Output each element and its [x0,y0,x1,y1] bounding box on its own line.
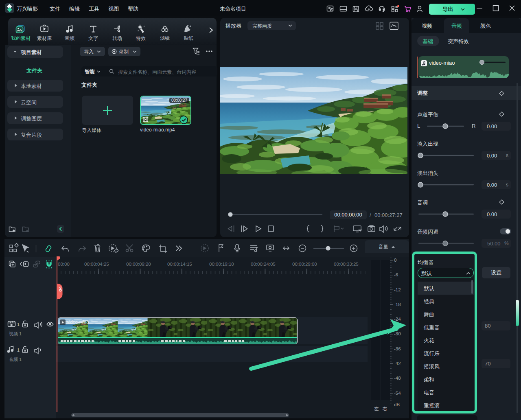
svg-text:-48: -48 [394,376,401,381]
svg-text:00:00:19:10: 00:00:19:10 [209,262,234,267]
svg-text:-24: -24 [394,317,401,322]
svg-text:-36: -36 [394,346,401,351]
svg-text:1: 1 [17,322,20,327]
svg-text:00:00:04:25: 00:00:04:25 [84,262,109,267]
svg-text:00:00:14:15: 00:00:14:15 [167,262,192,267]
svg-text:dB: dB [394,402,400,407]
svg-text:-6: -6 [394,272,398,277]
svg-text:0: 0 [394,258,396,262]
svg-text:-42: -42 [394,361,401,366]
svg-text:左: 左 [374,406,379,411]
svg-text:00:00:33:25: 00:00:33:25 [334,262,359,267]
svg-text:视频 1: 视频 1 [9,331,22,336]
svg-text:00:00: 00:00 [58,262,70,267]
svg-text:00:00:29:00: 00:00:29:00 [292,262,317,267]
svg-text:00:00:09:20: 00:00:09:20 [126,262,151,267]
svg-text:-12: -12 [394,287,401,292]
svg-text:右: 右 [382,406,387,411]
svg-text:-30: -30 [394,331,401,336]
svg-text:00:00:24:05: 00:00:24:05 [251,262,276,267]
svg-text:-54: -54 [394,391,401,396]
svg-text:1: 1 [17,348,20,352]
svg-text:音频 1: 音频 1 [9,357,22,362]
svg-text:-18: -18 [394,302,401,307]
